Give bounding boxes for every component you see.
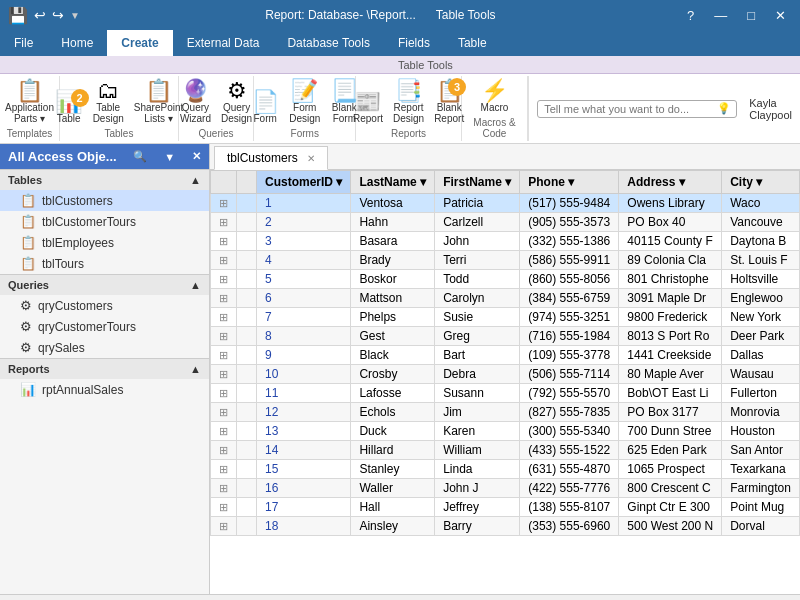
table-cell: ⊞ xyxy=(211,270,237,289)
table-cell: St. Louis F xyxy=(722,251,800,270)
application-parts-button[interactable]: 📋 ApplicationParts ▾ xyxy=(1,78,58,126)
maximize-button[interactable]: □ xyxy=(741,6,761,25)
table-row[interactable]: ⊞6MattsonCarolyn(384) 555-67593091 Maple… xyxy=(211,289,800,308)
table-cell xyxy=(237,403,257,422)
nav-item-qryCustomers[interactable]: ⚙ qryCustomers xyxy=(0,295,209,316)
nav-item-tblTours[interactable]: 📋 tblTours xyxy=(0,253,209,274)
nav-section-queries[interactable]: Queries ▲ xyxy=(0,274,209,295)
nav-item-tblEmployees[interactable]: 📋 tblEmployees xyxy=(0,232,209,253)
nav-item-qrySales[interactable]: ⚙ qrySales xyxy=(0,337,209,358)
nav-item-tblCustomers[interactable]: 📋 tblCustomers xyxy=(0,190,209,211)
table-row[interactable]: ⊞17HallJeffrey(138) 555-8107Ginpt Ctr E … xyxy=(211,498,800,517)
tab-tblCustomers[interactable]: tblCustomers ✕ xyxy=(214,146,328,170)
table-cell: Fullerton xyxy=(722,384,800,403)
tab-external-data[interactable]: External Data xyxy=(173,30,274,56)
table-cell: 625 Eden Park xyxy=(619,441,722,460)
quick-access-more[interactable]: ▼ xyxy=(70,10,80,21)
th-address[interactable]: Address ▾ xyxy=(619,171,722,194)
query-wizard-button[interactable]: 🔮 QueryWizard xyxy=(176,78,215,126)
table-cell: (332) 555-1386 xyxy=(520,232,619,251)
application-parts-icon: 📋 xyxy=(16,80,43,102)
table-cell: (300) 555-5340 xyxy=(520,422,619,441)
undo-icon[interactable]: ↩ xyxy=(34,7,46,23)
tab-table[interactable]: Table xyxy=(444,30,501,56)
redo-icon[interactable]: ↪ xyxy=(52,7,64,23)
table-row[interactable]: ⊞12EcholsJim(827) 555-7835PO Box 3177Mon… xyxy=(211,403,800,422)
table-row[interactable]: ⊞4BradyTerri(586) 555-991189 Colonia Cla… xyxy=(211,251,800,270)
nav-item-rptAnnualSales[interactable]: 📊 rptAnnualSales xyxy=(0,379,209,400)
nav-item-label: tblEmployees xyxy=(42,236,114,250)
table-row[interactable]: ⊞2HahnCarlzell(905) 555-3573PO Box 40Van… xyxy=(211,213,800,232)
table-cell: ⊞ xyxy=(211,327,237,346)
nav-options-icon[interactable]: ▼ xyxy=(164,151,175,163)
table-cell: Hillard xyxy=(351,441,435,460)
nav-item-qryCustomerTours[interactable]: ⚙ qryCustomerTours xyxy=(0,316,209,337)
table-cell: ⊞ xyxy=(211,365,237,384)
table-row[interactable]: ⊞11LafosseSusann(792) 555-5570Bob\OT Eas… xyxy=(211,384,800,403)
save-icon[interactable]: 💾 xyxy=(8,6,28,25)
th-lastname[interactable]: LastName ▾ xyxy=(351,171,435,194)
table-row[interactable]: ⊞5BoskorTodd(860) 555-8056801 Christophe… xyxy=(211,270,800,289)
th-firstname[interactable]: FirstName ▾ xyxy=(435,171,520,194)
table-cell: Bob\OT East Li xyxy=(619,384,722,403)
minimize-button[interactable]: — xyxy=(708,6,733,25)
report-icon: 📰 xyxy=(354,91,381,113)
table-row[interactable]: ⊞10CrosbyDebra(506) 555-711480 Maple Ave… xyxy=(211,365,800,384)
title-bar-controls: ? — □ ✕ xyxy=(681,6,792,25)
tab-close-icon[interactable]: ✕ xyxy=(307,153,315,164)
th-customerid[interactable]: CustomerID ▾ xyxy=(257,171,351,194)
table-row[interactable]: ⊞16WallerJohn J(422) 555-7776800 Crescen… xyxy=(211,479,800,498)
table-row[interactable]: ⊞3BasaraJohn(332) 555-138640115 County F… xyxy=(211,232,800,251)
table-row[interactable]: ⊞18AinsleyBarry(353) 555-6960500 West 20… xyxy=(211,517,800,536)
form-design-button[interactable]: 📝 FormDesign xyxy=(285,78,324,126)
data-table-wrap[interactable]: CustomerID ▾ LastName ▾ FirstName ▾ Phon… xyxy=(210,170,800,594)
table-design-button[interactable]: 🗂 TableDesign xyxy=(89,78,128,126)
table-cell: 10 xyxy=(257,365,351,384)
report-design-icon: 📑 xyxy=(395,80,422,102)
table-cell: (506) 555-7114 xyxy=(520,365,619,384)
table-row[interactable]: ⊞9BlackBart(109) 555-37781441 CreeksideD… xyxy=(211,346,800,365)
tab-database-tools[interactable]: Database Tools xyxy=(273,30,384,56)
table-row[interactable]: ⊞8GestGreg(716) 555-19848013 S Port RoDe… xyxy=(211,327,800,346)
table-cell: 3 xyxy=(257,232,351,251)
table-row[interactable]: ⊞15StanleyLinda(631) 555-48701065 Prospe… xyxy=(211,460,800,479)
th-phone[interactable]: Phone ▾ xyxy=(520,171,619,194)
table-row[interactable]: ⊞14HillardWilliam(433) 555-1522625 Eden … xyxy=(211,441,800,460)
table-cell: Waller xyxy=(351,479,435,498)
table-row[interactable]: ⊞7PhelpsSusie(974) 555-32519800 Frederic… xyxy=(211,308,800,327)
queries-section-label: Queries xyxy=(8,279,49,291)
nav-search-icon[interactable]: 🔍 xyxy=(133,150,147,163)
nav-section-reports[interactable]: Reports ▲ xyxy=(0,358,209,379)
table-cell: Terri xyxy=(435,251,520,270)
th-city[interactable]: City ▾ xyxy=(722,171,800,194)
table-cell: Basara xyxy=(351,232,435,251)
tab-label: tblCustomers xyxy=(227,151,298,165)
nav-item-tblCustomerTours[interactable]: 📋 tblCustomerTours xyxy=(0,211,209,232)
tab-home[interactable]: Home xyxy=(47,30,107,56)
ribbon-group-tables: 📊 Table 2 🗂 TableDesign 📋 SharePointList… xyxy=(60,76,179,141)
help-search-input[interactable] xyxy=(537,100,737,118)
table-cell: ⊞ xyxy=(211,460,237,479)
table-cell: Stanley xyxy=(351,460,435,479)
tab-create[interactable]: Create xyxy=(107,30,172,56)
tab-file[interactable]: File xyxy=(0,30,47,56)
table-cell xyxy=(237,232,257,251)
report-design-button[interactable]: 📑 ReportDesign xyxy=(389,78,428,126)
application-parts-wrap: 📋 ApplicationParts ▾ xyxy=(1,78,58,126)
report-button[interactable]: 📰 Report xyxy=(349,89,387,126)
table-cell xyxy=(237,346,257,365)
help-button[interactable]: ? xyxy=(681,6,700,25)
table-cell: (974) 555-3251 xyxy=(520,308,619,327)
close-button[interactable]: ✕ xyxy=(769,6,792,25)
nav-section-tables[interactable]: Tables ▲ xyxy=(0,169,209,190)
tab-fields[interactable]: Fields xyxy=(384,30,444,56)
macro-button[interactable]: ⚡ Macro xyxy=(476,78,512,115)
table-cell: Susann xyxy=(435,384,520,403)
form-button[interactable]: 📄 Form xyxy=(247,89,283,126)
table-cell: Daytona B xyxy=(722,232,800,251)
table-cell: (422) 555-7776 xyxy=(520,479,619,498)
table-row[interactable]: ⊞13DuckKaren(300) 555-5340700 Dunn Stree… xyxy=(211,422,800,441)
nav-close-icon[interactable]: ✕ xyxy=(192,150,201,163)
table-row[interactable]: ⊞1VentosaPatricia(517) 555-9484Owens Lib… xyxy=(211,194,800,213)
nav-item-label: qryCustomers xyxy=(38,299,113,313)
